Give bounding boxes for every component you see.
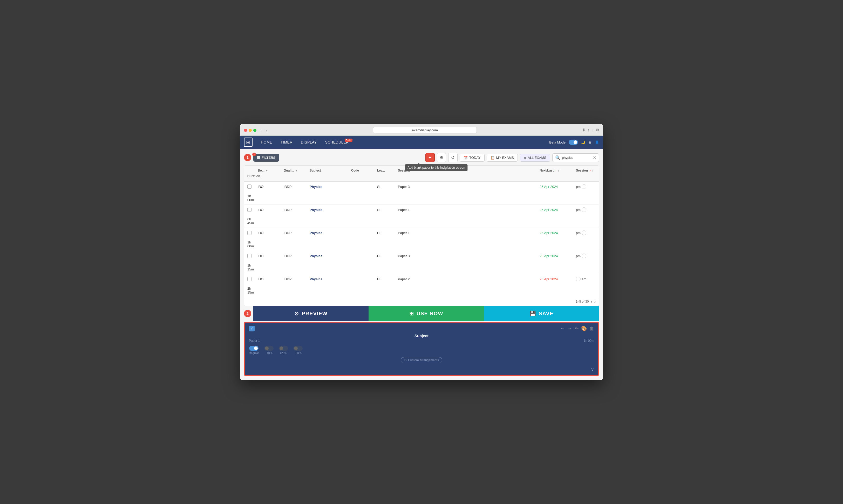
maximize-button[interactable] (253, 129, 256, 132)
moon-icon: 🌙 (581, 140, 585, 144)
monitor-icon: 🖥 (588, 140, 592, 144)
cell-code-5 (348, 276, 374, 282)
cell-subject-1: Physics (306, 182, 348, 191)
timing-25: +25% (279, 346, 288, 355)
nav-scheduler[interactable]: SCHEDULER Beta (321, 138, 353, 146)
add-paper-button[interactable]: + (425, 153, 435, 162)
filters-label: FILTERS (262, 156, 275, 160)
cell-date-2: 25 Apr 2024 (537, 205, 573, 214)
usenow-icon: ⊞ (409, 310, 414, 317)
cell-date-4: 25 Apr 2024 (537, 251, 573, 260)
cell-session-4: pm (573, 251, 599, 261)
toggle-regular[interactable] (249, 346, 258, 351)
browser-chrome: ‹ › examdisplay.com ⬇ ↑ + ⧉ (240, 124, 603, 136)
address-bar[interactable]: examdisplay.com (373, 127, 477, 133)
row-checkbox-1[interactable] (247, 184, 251, 189)
filter-count-badge: 2 (252, 152, 256, 156)
filters-button[interactable]: 2 ☰ FILTERS (253, 154, 279, 162)
search-box: 🔍 ✕ (552, 154, 599, 162)
cell-subject-3: Physics (306, 228, 348, 237)
custom-arrangements-button[interactable]: ↻ Custom arrangements (401, 357, 442, 363)
exam-card: ✓ ← → ✏ 🎨 🗑 Subject Paper 1 1h 00m (244, 322, 599, 376)
col-session2: Session 2 ↑ (573, 168, 599, 173)
search-icon: 🔍 (555, 155, 560, 160)
row-checkbox-2[interactable] (247, 208, 251, 212)
row-checkbox-4[interactable] (247, 254, 251, 258)
cell-board-4: IBO (255, 251, 281, 260)
browser-controls: ‹ › (259, 128, 268, 133)
cell-qual-2: IBDP (281, 205, 306, 214)
nav-home[interactable]: HOME (257, 138, 276, 146)
chevron-down-icon[interactable]: ∨ (591, 366, 594, 372)
toggle-50[interactable] (293, 346, 303, 351)
close-button[interactable] (244, 129, 247, 132)
back-button[interactable]: ‹ (259, 128, 263, 133)
cell-board-2: IBO (255, 205, 281, 214)
refresh-button[interactable]: ↺ (448, 153, 458, 162)
col-checkbox (244, 168, 255, 173)
col-board: Bo... ▼ (255, 168, 281, 173)
sort-qual-icon[interactable]: ▼ (295, 169, 298, 172)
session-circle-1 (581, 184, 586, 189)
step-badge-2: 2 (244, 310, 251, 317)
minimize-button[interactable] (249, 129, 252, 132)
card-delete-button[interactable]: 🗑 (589, 326, 594, 331)
today-button[interactable]: 📅 TODAY (460, 154, 485, 162)
col-subject: Subject (306, 168, 348, 173)
cell-duration-3: 1h 00m (244, 238, 255, 251)
beta-mode-toggle[interactable] (569, 140, 578, 145)
cell-level-1: SL (374, 182, 395, 191)
nav-display[interactable]: DISPLAY (297, 138, 321, 146)
settings-button[interactable]: ⚙ (437, 153, 446, 162)
cell-duration-2: 0h 45m (244, 215, 255, 228)
usenow-button[interactable]: ⊞ USE NOW (369, 306, 484, 321)
action-section: 2 ⊙ PREVIEW ⊞ USE NOW 💾 SAVE (244, 306, 599, 376)
traffic-lights (244, 129, 256, 132)
cell-code-2 (348, 207, 374, 212)
save-button[interactable]: 💾 SAVE (484, 306, 599, 321)
cell-date-5: 26 Apr 2024 (537, 274, 573, 284)
sort-session2-icon[interactable]: ↑ (592, 169, 593, 172)
card-next-button[interactable]: → (567, 326, 572, 331)
preview-button[interactable]: ⊙ PREVIEW (253, 306, 369, 321)
search-clear-button[interactable]: ✕ (593, 155, 596, 160)
main-content: 1 2 ☰ FILTERS + Add blank paper to this … (240, 149, 603, 380)
cell-session-2: pm (573, 205, 599, 215)
search-input[interactable] (562, 156, 591, 160)
card-edit-button[interactable]: ✏ (575, 326, 578, 331)
forward-button[interactable]: › (265, 128, 268, 133)
card-palette-button[interactable]: 🎨 (581, 326, 587, 331)
cell-board-3: IBO (255, 228, 281, 237)
pagination-info: 1–5 of 30 (576, 300, 589, 303)
prev-page-button[interactable]: ‹ (591, 299, 592, 304)
row-checkbox-3[interactable] (247, 231, 251, 235)
myexams-button[interactable]: 📋 MY EXAMS (487, 154, 518, 162)
sort-board-icon[interactable]: ▼ (266, 169, 268, 172)
toggle-25[interactable] (279, 346, 288, 351)
table-row: IBO IBDP Physics SL Paper 3 25 Apr 2024 … (244, 182, 599, 205)
next-page-button[interactable]: › (594, 299, 596, 304)
row-checkbox-5[interactable] (247, 277, 251, 281)
cell-subject-5: Physics (306, 274, 348, 284)
tabs-icon: ⧉ (596, 128, 599, 132)
preview-icon: ⊙ (294, 310, 299, 317)
cell-duration-4: 1h 15m (244, 261, 255, 274)
myexams-icon: 📋 (490, 156, 495, 160)
card-checkbox[interactable]: ✓ (249, 326, 255, 331)
cell-duration-5: 2h 15m (244, 284, 255, 297)
beta-badge: Beta (345, 139, 353, 142)
card-top-row: ✓ ← → ✏ 🎨 🗑 (249, 326, 594, 331)
cell-duration-1: 1h 00m (244, 192, 255, 204)
col-duration: Duration (244, 173, 255, 179)
beta-mode-label: Beta Mode (549, 140, 566, 144)
table-row: IBO IBDP Physics HL Paper 1 25 Apr 2024 … (244, 228, 599, 251)
sort-nextlast-icon[interactable]: ↑ (557, 169, 559, 172)
app-logo: ⊞ (244, 138, 253, 147)
cell-qual-1: IBDP (281, 182, 306, 191)
calendar-icon: 📅 (464, 156, 468, 160)
card-prev-button[interactable]: ← (560, 326, 565, 331)
nav-timer[interactable]: TIMER (276, 138, 297, 146)
allexams-button[interactable]: ∞ ALL EXAMS (520, 154, 550, 162)
toggle-10[interactable] (264, 346, 273, 351)
share-icon: ↑ (588, 128, 590, 132)
